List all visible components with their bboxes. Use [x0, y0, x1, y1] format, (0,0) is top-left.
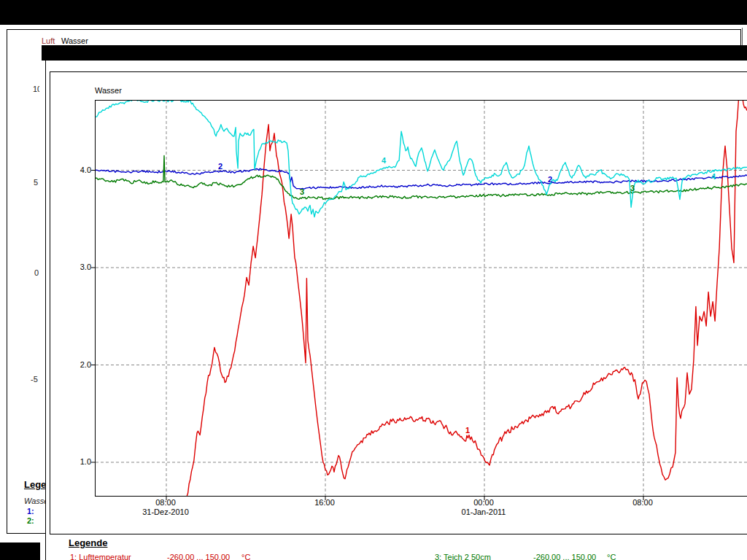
x-axis-date-01-Jan-2011: 01-Jan-2011 — [447, 508, 520, 516]
bg-axis-label-0: 0 — [34, 268, 39, 278]
bg-axis-label-10: 10 — [33, 85, 39, 94]
curve-label-2: 2 — [548, 175, 552, 184]
bg-axis-label-neg5: -5 — [31, 375, 38, 384]
legend-entry-3-unit: °C — [607, 553, 616, 560]
bg-legend-item-1: 1: — [27, 507, 34, 516]
series-line-3 — [96, 156, 747, 200]
series-line-1 — [187, 91, 747, 497]
plot-area: 1223344 — [95, 100, 747, 497]
y-axis-label-4: 4.0 — [69, 166, 91, 174]
legend-entry-3-range: -260.00 ... 150.00 — [533, 553, 596, 560]
curve-label-2: 2 — [218, 162, 222, 171]
y-axis-label-2: 2.0 — [69, 360, 91, 369]
x-axis-label-08:00: 08:00 — [621, 498, 665, 507]
chart-frame: Wasser 1223344 1.02.03.04.008:0031-Dez-2… — [50, 71, 747, 534]
top-screen-bar — [0, 0, 747, 25]
legend-title: Legende — [69, 537, 107, 548]
legend-entry-1-unit: °C — [241, 553, 250, 560]
bg-axis-label-5: 5 — [34, 178, 38, 187]
x-axis-label-08:00: 08:00 — [144, 498, 187, 507]
tab-wasser[interactable]: Wasser — [61, 36, 88, 45]
x-axis-date-31-Dez-2010: 31-Dez-2010 — [129, 508, 202, 516]
x-axis-label-16:00: 16:00 — [303, 498, 347, 507]
series-line-2 — [96, 168, 747, 189]
y-axis-label-1: 1.0 — [69, 457, 91, 466]
background-window-right-edge — [742, 28, 743, 45]
bottom-screen-area — [0, 542, 40, 560]
bg-legend-item-2: 2: — [27, 516, 34, 525]
curve-label-3: 3 — [630, 184, 635, 192]
tab-luft[interactable]: Luft — [42, 36, 55, 45]
legend-entry-1-label: 1: Lufttemperatur — [70, 553, 131, 560]
window-title-bar[interactable] — [42, 45, 747, 61]
series-line-4 — [96, 99, 747, 217]
curve-label-4: 4 — [382, 156, 387, 165]
y-axis-label-3: 3.0 — [69, 262, 91, 271]
curve-label-1: 1 — [465, 426, 470, 435]
series-group — [96, 91, 747, 497]
chart-title: Wasser — [95, 86, 122, 95]
curve-label-3: 3 — [300, 187, 304, 196]
screen: { "bg_window": { "tabs": [ {"label": "Lu… — [0, 0, 747, 560]
chart-window: Wasser 1223344 1.02.03.04.008:0031-Dez-2… — [45, 47, 747, 560]
x-axis-label-00:00: 00:00 — [462, 498, 506, 507]
chart-canvas: 1223344 — [96, 101, 747, 496]
legend-entry-1-range: -260.00 ... 150.00 — [167, 553, 230, 560]
curve-label-4: 4 — [711, 172, 716, 181]
legend-entry-3-label: 3: Teich 2 50cm — [435, 553, 491, 560]
